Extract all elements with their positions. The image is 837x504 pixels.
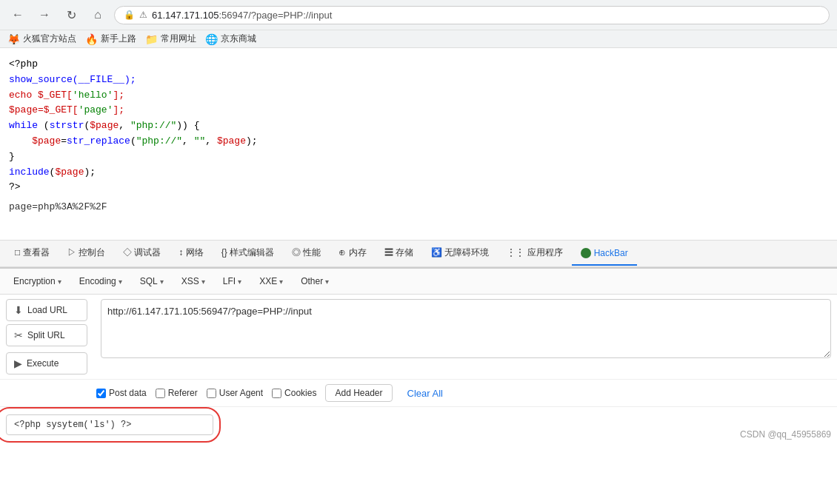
encoding-arrow-icon: ▾ (119, 278, 122, 286)
menu-xxe-label: XXE (259, 276, 277, 286)
url-textarea-container (101, 299, 831, 374)
code-line-9: ?> (9, 180, 828, 195)
bookmark-common[interactable]: 📁 常用网址 (145, 33, 196, 45)
encryption-arrow-icon: ▾ (58, 278, 61, 286)
bottom-input[interactable] (6, 414, 213, 435)
split-url-button[interactable]: ✂ Split URL (6, 324, 87, 346)
bookmark-newbie[interactable]: 🔥 新手上路 (85, 33, 136, 45)
user-agent-input[interactable] (207, 389, 216, 398)
xss-arrow-icon: ▾ (201, 278, 205, 286)
clear-all-button[interactable]: Clear All (401, 385, 449, 402)
globe-icon: 🌐 (205, 33, 218, 45)
cookies-label: Cookies (284, 388, 316, 398)
tab-memory[interactable]: ⊕ 内存 (330, 241, 375, 266)
content-area: <?php show_source(__FILE__); echo $_GET[… (0, 48, 837, 241)
add-header-button[interactable]: Add Header (325, 384, 392, 402)
cookies-input[interactable] (272, 389, 281, 398)
play-icon: ▶ (14, 357, 22, 369)
code-line-8: include($page); (9, 165, 828, 181)
menu-lfi-label: LFI (223, 276, 236, 286)
load-url-label: Load URL (27, 305, 67, 315)
menu-xss-label: XSS (181, 276, 199, 286)
hackbar-footer: Post data Referer User Agent Cookies Add… (0, 379, 837, 406)
menu-encryption-label: Encryption (13, 276, 56, 286)
bookmark-firefox[interactable]: 🦊 火狐官方站点 (7, 33, 76, 45)
watermark: CSDN @qq_45955869 (740, 429, 831, 440)
menu-other[interactable]: Other ▾ (293, 273, 336, 289)
execute-label: Execute (27, 358, 59, 369)
menu-lfi[interactable]: LFI ▾ (216, 273, 249, 289)
tab-debugger[interactable]: ◇ 调试器 (114, 241, 170, 266)
hackbar-main: ⬇ Load URL ✂ Split URL ▶ Execute (0, 295, 837, 379)
tab-style-editor[interactable]: {} 样式编辑器 (213, 241, 283, 266)
user-agent-checkbox[interactable]: User Agent (207, 388, 263, 398)
bottom-area: CSDN @qq_45955869 (0, 406, 837, 443)
warning-icon: ⚠ (139, 10, 147, 20)
hackbar-buttons: ⬇ Load URL ✂ Split URL ▶ Execute (6, 299, 95, 374)
other-arrow-icon: ▾ (325, 278, 329, 286)
back-button[interactable]: ← (7, 4, 28, 25)
load-url-button[interactable]: ⬇ Load URL (6, 299, 87, 321)
tab-application[interactable]: ⋮⋮ 应用程序 (498, 241, 571, 266)
firefox-icon: 🦊 (7, 33, 20, 45)
code-line-3: echo $_GET['hello']; (9, 88, 828, 104)
url-textarea[interactable] (101, 299, 831, 358)
menu-encryption[interactable]: Encryption ▾ (6, 273, 69, 289)
hackbar-panel: Encryption ▾ Encoding ▾ SQL ▾ XSS ▾ LFI … (0, 267, 837, 406)
folder-icon: 📁 (145, 33, 158, 45)
referer-checkbox[interactable]: Referer (156, 388, 198, 398)
tab-inspector[interactable]: □ 查看器 (6, 241, 59, 266)
fire-icon: 🔥 (85, 33, 98, 45)
nav-bar: ← → ↻ ⌂ 🔒 ⚠ 61.147.171.105:56947/?page=P… (0, 0, 837, 30)
refresh-button[interactable]: ↻ (61, 4, 81, 25)
code-line-6: $page=str_replace("php://", "", $page); (9, 134, 828, 149)
bookmark-newbie-label: 新手上路 (101, 33, 136, 45)
tab-accessibility[interactable]: ♿ 无障碍环境 (422, 241, 498, 266)
xxe-arrow-icon: ▾ (279, 278, 283, 286)
code-line-5: while (strstr($page, "php://")) { (9, 118, 828, 134)
home-button[interactable]: ⌂ (87, 4, 108, 25)
scissors-icon: ✂ (14, 329, 23, 341)
address-text: 61.147.171.105:56947/?page=PHP://input (152, 10, 820, 21)
browser-chrome: ← → ↻ ⌂ 🔒 ⚠ 61.147.171.105:56947/?page=P… (0, 0, 837, 48)
code-line-2: show_source(__FILE__); (9, 73, 828, 88)
split-url-label: Split URL (27, 330, 65, 340)
post-data-label: Post data (109, 388, 147, 398)
tab-hackbar[interactable]: HackBar (572, 242, 637, 266)
menu-encoding-label: Encoding (79, 276, 116, 286)
menu-sql[interactable]: SQL ▾ (133, 273, 171, 289)
menu-xss[interactable]: XSS ▾ (174, 273, 213, 289)
page-param: page=php%3A%2F%2F (3, 198, 834, 215)
bookmark-common-label: 常用网址 (161, 33, 196, 45)
devtools-bar: □ 查看器 ▷ 控制台 ◇ 调试器 ↕ 网络 {} 样式编辑器 ◎ 性能 ⊕ 内… (0, 241, 837, 267)
lfi-arrow-icon: ▾ (238, 278, 241, 286)
cookies-checkbox[interactable]: Cookies (272, 388, 316, 398)
address-path: :56947/?page=PHP://input (219, 10, 332, 21)
download-icon: ⬇ (14, 304, 23, 316)
menu-xxe[interactable]: XXE ▾ (252, 273, 290, 289)
address-bar[interactable]: 🔒 ⚠ 61.147.171.105:56947/?page=PHP://inp… (114, 6, 830, 24)
post-data-checkbox[interactable]: Post data (96, 388, 147, 398)
code-block: <?php show_source(__FILE__); echo $_GET[… (3, 54, 834, 198)
menu-other-label: Other (301, 276, 323, 286)
tab-network[interactable]: ↕ 网络 (170, 241, 212, 266)
address-host: 61.147.171.105 (152, 10, 219, 21)
code-line-7: } (9, 149, 828, 165)
tab-performance[interactable]: ◎ 性能 (283, 241, 330, 266)
forward-button[interactable]: → (34, 4, 55, 25)
bottom-input-wrapper (6, 414, 213, 435)
security-icon: 🔒 (124, 10, 135, 20)
execute-button[interactable]: ▶ Execute (6, 352, 87, 374)
bookmark-firefox-label: 火狐官方站点 (23, 33, 76, 45)
bookmark-jd-label: 京东商城 (221, 33, 256, 45)
bookmark-jd[interactable]: 🌐 京东商城 (205, 33, 256, 45)
code-line-4: $page=$_GET['page']; (9, 103, 828, 118)
tab-console[interactable]: ▷ 控制台 (59, 241, 114, 266)
referer-input[interactable] (156, 389, 165, 398)
post-data-input[interactable] (96, 389, 106, 398)
tab-storage[interactable]: ☰ 存储 (376, 241, 422, 266)
hackbar-menu: Encryption ▾ Encoding ▾ SQL ▾ XSS ▾ LFI … (0, 269, 837, 295)
menu-encoding[interactable]: Encoding ▾ (72, 273, 130, 289)
hackbar-dot-icon (581, 248, 591, 258)
bookmarks-bar: 🦊 火狐官方站点 🔥 新手上路 📁 常用网址 🌐 京东商城 (0, 30, 837, 47)
